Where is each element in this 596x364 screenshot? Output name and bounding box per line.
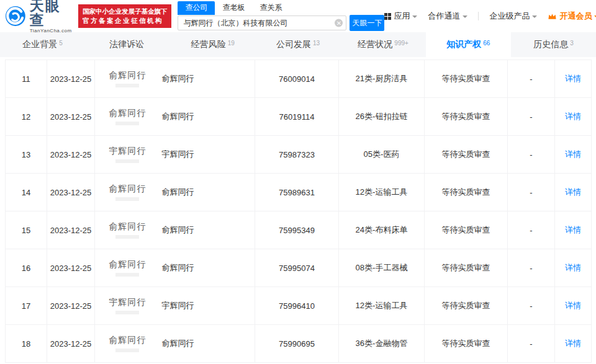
apply-date: 2023-12-25 <box>47 60 95 98</box>
category: 21类-厨房洁具 <box>339 60 425 98</box>
table-row: 13 2023-12-25 宇辉同行 宇辉同行 75987323 05类-医药 … <box>6 136 592 174</box>
table-row: 15 2023-12-25 俞辉同行 俞辉同行 75995349 24类-布料床… <box>6 211 592 249</box>
tab-company-development[interactable]: 公司发展 13 <box>255 32 340 57</box>
trademark-image-cell[interactable]: 俞辉同行 <box>95 211 160 249</box>
detail-link[interactable]: 详情 <box>565 187 581 197</box>
chevron-down-icon <box>532 16 537 18</box>
search-input[interactable] <box>178 16 346 30</box>
nav-open-vip[interactable]: 开通会员 <box>548 11 596 22</box>
detail-cell: 详情 <box>555 174 592 211</box>
tab-label: 法律诉讼 <box>109 39 144 50</box>
status: 等待实质审查 <box>425 174 508 211</box>
nav-vip-label: 开通会员 <box>559 11 592 22</box>
tab-label: 经营风险 <box>191 39 226 50</box>
detail-link[interactable]: 详情 <box>565 149 581 159</box>
trademark-name: 俞辉同行 <box>160 98 255 136</box>
tab-operating-status[interactable]: 经营状况 999+ <box>341 32 426 57</box>
tab-count: 66 <box>483 40 490 47</box>
tab-count: 999+ <box>394 40 409 47</box>
tab-label: 企业背景 <box>22 39 57 50</box>
blank-cell: - <box>508 174 555 211</box>
watermark <box>115 235 139 239</box>
chevron-down-icon <box>463 16 467 18</box>
tab-label: 历史信息 <box>533 39 568 50</box>
search-area: 查公司 查老板 查关系 ✕ 天眼一下 <box>178 1 384 31</box>
detail-link[interactable]: 详情 <box>565 301 581 310</box>
nav-divider <box>478 12 479 20</box>
trademark-image-cell[interactable]: 俞辉同行 <box>95 98 160 136</box>
detail-link[interactable]: 详情 <box>565 112 581 121</box>
apps-grid-icon <box>384 13 391 20</box>
row-index: 16 <box>6 249 47 287</box>
detail-cell: 详情 <box>555 136 592 174</box>
registration-number: 75996410 <box>255 287 339 325</box>
trademark-image: 俞辉同行 <box>109 259 146 270</box>
category: 05类-医药 <box>339 136 425 174</box>
registration-number: 75995349 <box>255 211 339 249</box>
trademark-image: 俞辉同行 <box>109 184 146 195</box>
official-badge: 国家中小企业发展子基金旗下 官方备案企业征信机构 <box>78 4 172 28</box>
trademark-image-cell[interactable]: 俞辉同行 <box>95 325 160 363</box>
row-index: 13 <box>6 136 47 174</box>
badge-line1: 国家中小企业发展子基金旗下 <box>83 7 168 16</box>
apply-date: 2023-12-25 <box>47 211 95 249</box>
blank-cell: - <box>508 60 555 98</box>
blank-cell: - <box>508 287 555 325</box>
detail-link[interactable]: 详情 <box>565 339 581 348</box>
trademark-image-cell[interactable]: 俞辉同行 <box>95 60 160 98</box>
row-index: 14 <box>6 174 47 211</box>
tab-intellectual-property[interactable]: 知识产权 66 <box>426 32 511 57</box>
trademark-image: 宇辉同行 <box>109 146 146 157</box>
category: 12类-运输工具 <box>339 174 425 211</box>
trademark-image-cell[interactable]: 俞辉同行 <box>95 174 160 211</box>
nav-partner-channel[interactable]: 合作通道 <box>428 11 467 22</box>
registration-number: 75995074 <box>255 249 339 287</box>
trademark-table: 11 2023-12-25 俞辉同行 俞辉同行 76009014 21类-厨房洁… <box>5 60 591 363</box>
status: 等待实质审查 <box>425 211 508 249</box>
tab-legal-litigation[interactable]: 法律诉讼 <box>85 32 170 57</box>
detail-cell: 详情 <box>555 287 592 325</box>
top-header: 天眼查 TianYanCha.com 国家中小企业发展子基金旗下 官方备案企业征… <box>0 0 596 32</box>
registration-number: 75990695 <box>255 325 339 363</box>
tab-company-background[interactable]: 企业背景 5 <box>0 32 85 57</box>
nav-apps[interactable]: 应用 <box>384 11 417 22</box>
detail-link[interactable]: 详情 <box>565 74 581 83</box>
table-row: 16 2023-12-25 俞辉同行 俞辉同行 75995074 08类-手工器… <box>6 249 592 287</box>
clear-search-icon[interactable]: ✕ <box>335 19 343 27</box>
trademark-image-cell[interactable]: 宇辉同行 <box>95 136 160 174</box>
tab-count: 5 <box>59 40 63 47</box>
status: 等待实质审查 <box>425 325 508 363</box>
search-tab-relation[interactable]: 查关系 <box>252 1 289 15</box>
nav-partner-label: 合作通道 <box>428 11 460 22</box>
status: 等待实质审查 <box>425 136 508 174</box>
trademark-name: 宇辉同行 <box>160 287 255 325</box>
tianyancha-logo[interactable]: 天眼查 TianYanCha.com <box>5 0 73 33</box>
tab-label: 公司发展 <box>276 39 311 50</box>
trademark-image-cell[interactable]: 俞辉同行 <box>95 249 160 287</box>
row-index: 15 <box>6 211 47 249</box>
tab-count: 3 <box>570 40 574 47</box>
apply-date: 2023-12-25 <box>47 287 95 325</box>
tab-operation-risk[interactable]: 经营风险 19 <box>170 32 255 57</box>
tab-history-info[interactable]: 历史信息 3 <box>511 32 596 57</box>
nav-enterprise-products[interactable]: 企业级产品 <box>489 11 537 22</box>
trademark-image: 俞辉同行 <box>109 70 146 81</box>
search-button[interactable]: 天眼一下 <box>350 15 384 31</box>
search-tab-boss[interactable]: 查老板 <box>215 1 252 15</box>
trademark-image-cell[interactable]: 宇辉同行 <box>95 287 160 325</box>
apply-date: 2023-12-25 <box>47 98 95 136</box>
trademark-name: 俞辉同行 <box>160 249 255 287</box>
trademark-name: 俞辉同行 <box>160 174 255 211</box>
trademark-image: 俞辉同行 <box>109 108 146 119</box>
search-tab-company[interactable]: 查公司 <box>178 1 215 15</box>
watermark <box>115 197 139 201</box>
registration-number: 76009014 <box>255 60 339 98</box>
detail-link[interactable]: 详情 <box>565 263 581 272</box>
detail-link[interactable]: 详情 <box>565 225 581 234</box>
apply-date: 2023-12-25 <box>47 325 95 363</box>
detail-cell: 详情 <box>555 249 592 287</box>
detail-cell: 详情 <box>555 211 592 249</box>
watermark <box>115 122 139 125</box>
watermark <box>115 311 139 314</box>
row-index: 17 <box>6 287 47 325</box>
